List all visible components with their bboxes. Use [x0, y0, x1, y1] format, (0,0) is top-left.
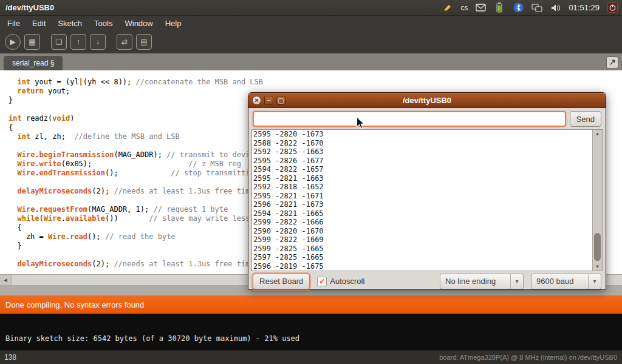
serial-line: 2599 -2822 -1669 — [253, 235, 592, 244]
battery-icon[interactable] — [493, 2, 505, 14]
serial-monitor-titlebar[interactable]: × − ▢ /dev/ttyUSB0 — [248, 93, 606, 108]
new-sketch-button[interactable]: ❏ — [51, 34, 67, 50]
top-panel: /dev/ttyUSB0 cs 01:51:29 — [0, 0, 622, 16]
serial-line: 2599 -2825 -1665 — [253, 244, 592, 254]
autoscroll-label: Autoscroll — [330, 277, 364, 286]
menu-sketch[interactable]: Sketch — [52, 16, 88, 30]
mouse-cursor — [356, 116, 366, 130]
status-bar: Done compiling. No syntax errors found — [0, 295, 622, 314]
serial-scrollbar[interactable]: ▴ ▾ — [592, 130, 602, 271]
line-ending-select[interactable]: No line ending ▾ — [440, 274, 524, 289]
serial-monitor-controls: Reset Board ✓ Autoscroll No line ending … — [248, 271, 606, 291]
baud-rate-value: 9600 baud — [531, 277, 588, 286]
serial-line: 2595 -2826 -1677 — [253, 157, 592, 166]
line-ending-value: No line ending — [440, 277, 510, 286]
serial-line: 2590 -2820 -1670 — [253, 227, 592, 236]
save-button[interactable]: ↓ — [90, 34, 106, 50]
board-info: board: ATmega328P(A) @ 8 MHz (internal) … — [439, 354, 622, 361]
tab-serial-read[interactable]: serial_read § — [4, 56, 63, 70]
serial-line: 2595 -2820 -1673 — [253, 130, 592, 139]
clock[interactable]: 01:51:29 — [569, 3, 600, 12]
serial-line: 2594 -2822 -1657 — [253, 165, 592, 174]
baud-rate-select[interactable]: 9600 baud ▾ — [531, 274, 601, 289]
volume-icon[interactable] — [550, 2, 562, 14]
serial-line: 2596 -2821 -1673 — [253, 200, 592, 209]
serial-line: 2592 -2825 -1663 — [253, 147, 592, 157]
menu-help[interactable]: Help — [159, 16, 188, 30]
compose-icon[interactable] — [442, 2, 454, 14]
send-button[interactable]: Send — [570, 111, 601, 127]
serial-line: 2597 -2825 -1665 — [253, 253, 592, 262]
serial-line: 2595 -2821 -1671 — [253, 192, 592, 201]
close-icon[interactable]: × — [252, 96, 261, 105]
upload-button[interactable]: ⇄ — [117, 34, 132, 50]
mail-icon[interactable] — [474, 2, 487, 14]
scroll-up-arrow-icon[interactable]: ▴ — [593, 130, 602, 138]
serial-monitor-button[interactable]: ▤ — [136, 34, 152, 50]
menu-window[interactable]: Window — [118, 16, 159, 30]
serial-line: 2599 -2822 -1666 — [253, 218, 592, 227]
serial-line: 2594 -2821 -1665 — [253, 209, 592, 218]
chevron-down-icon: ▾ — [510, 274, 523, 289]
open-button[interactable]: ↑ — [70, 34, 86, 50]
bluetooth-icon[interactable] — [512, 2, 524, 14]
tabbar: serial_read § — [0, 53, 622, 71]
system-tray: cs 01:51:29 — [442, 2, 622, 14]
power-icon[interactable] — [606, 2, 618, 14]
reset-board-button[interactable]: Reset Board — [253, 274, 310, 289]
serial-output-area[interactable]: 2595 -2820 -16732588 -2822 -16702592 -28… — [251, 129, 603, 271]
console-output: Binary sketch size: 6542 bytes (of a 307… — [0, 314, 622, 350]
menu-edit[interactable]: Edit — [26, 16, 52, 30]
line-number-indicator: 138 — [0, 353, 16, 362]
new-tab-icon — [609, 59, 616, 66]
serial-line: 2595 -2821 -1663 — [253, 174, 592, 183]
maximize-icon[interactable]: ▢ — [276, 96, 285, 105]
keyboard-layout-indicator[interactable]: cs — [460, 2, 468, 14]
serial-monitor-window: × − ▢ /dev/ttyUSB0 Send 2595 -2820 -1673… — [248, 92, 606, 290]
code-line: int yout = (yl|(yh << 8)); //concatenate… — [9, 78, 622, 87]
serial-input-row: Send — [248, 108, 606, 127]
verify-button[interactable]: ▶ — [5, 34, 21, 50]
scroll-left-arrow-icon[interactable]: ◂ — [0, 275, 12, 285]
status-message: Done compiling. No syntax errors found — [0, 300, 144, 309]
serial-input[interactable] — [253, 111, 566, 127]
tab-label: serial_read § — [12, 59, 54, 67]
network-icon[interactable] — [531, 2, 543, 14]
menu-file[interactable]: File — [1, 16, 26, 30]
serial-line: 2592 -2818 -1652 — [253, 183, 592, 192]
tab-menu-button[interactable] — [606, 56, 618, 69]
serial-monitor-title: /dev/ttyUSB0 — [248, 96, 606, 105]
scrollbar-handle[interactable] — [594, 233, 601, 261]
serial-output: 2595 -2820 -16732588 -2822 -16702592 -28… — [252, 130, 592, 271]
footer-bar: 138 board: ATmega328P(A) @ 8 MHz (intern… — [0, 350, 622, 364]
serial-line: 2596 -2819 -1675 — [253, 262, 592, 271]
chevron-down-icon: ▾ — [588, 274, 601, 289]
serial-line: 2588 -2822 -1670 — [253, 139, 592, 148]
autoscroll-checkbox[interactable]: ✓ Autoscroll — [317, 277, 364, 286]
console-text: Binary sketch size: 6542 bytes (of a 307… — [5, 334, 299, 343]
desktop: /dev/ttyUSB0 cs 01:51:29 — [0, 0, 622, 364]
toolbar: ▶▦❏↑↓⇄▤ — [0, 31, 622, 53]
menubar: FileEditSketchToolsWindowHelp — [0, 16, 622, 31]
stop-button[interactable]: ▦ — [24, 34, 40, 50]
panel-window-title: /dev/ttyUSB0 — [0, 3, 54, 12]
minimize-icon[interactable]: − — [264, 96, 273, 105]
checkbox-check-icon: ✓ — [317, 277, 327, 286]
scroll-down-arrow-icon[interactable]: ▾ — [593, 263, 602, 271]
menu-tools[interactable]: Tools — [88, 16, 118, 30]
